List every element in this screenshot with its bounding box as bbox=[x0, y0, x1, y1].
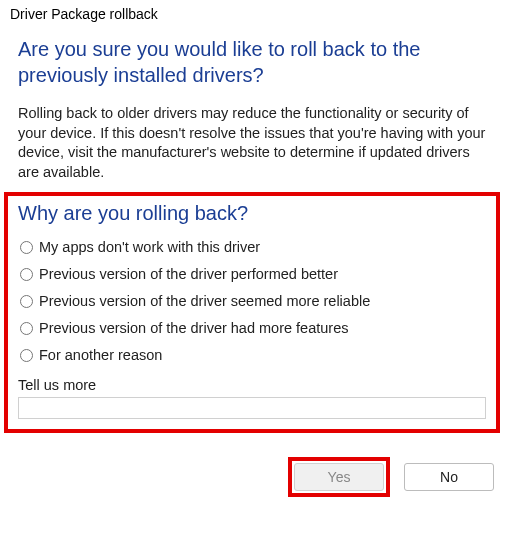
window-title: Driver Package rollback bbox=[0, 0, 512, 26]
yes-button[interactable]: Yes bbox=[294, 463, 384, 491]
reason-radio-more-reliable[interactable] bbox=[20, 295, 33, 308]
reason-option-more-features[interactable]: Previous version of the driver had more … bbox=[20, 320, 486, 336]
dialog-content: Are you sure you would like to roll back… bbox=[0, 26, 512, 437]
reason-option-another[interactable]: For another reason bbox=[20, 347, 486, 363]
reason-radio-performed-better[interactable] bbox=[20, 268, 33, 281]
reason-label: Previous version of the driver performed… bbox=[39, 266, 338, 282]
main-heading: Are you sure you would like to roll back… bbox=[18, 36, 494, 88]
reason-option-apps[interactable]: My apps don't work with this driver bbox=[20, 239, 486, 255]
reason-label: My apps don't work with this driver bbox=[39, 239, 260, 255]
reason-radio-apps[interactable] bbox=[20, 241, 33, 254]
reason-section: Why are you rolling back? My apps don't … bbox=[4, 192, 500, 433]
reason-label: Previous version of the driver had more … bbox=[39, 320, 348, 336]
tell-more-input[interactable] bbox=[18, 397, 486, 419]
button-bar: Yes No bbox=[0, 437, 512, 497]
no-button[interactable]: No bbox=[404, 463, 494, 491]
reason-heading: Why are you rolling back? bbox=[18, 202, 486, 225]
reason-label: For another reason bbox=[39, 347, 162, 363]
reason-option-performed-better[interactable]: Previous version of the driver performed… bbox=[20, 266, 486, 282]
tell-more-label: Tell us more bbox=[18, 377, 486, 393]
reason-option-more-reliable[interactable]: Previous version of the driver seemed mo… bbox=[20, 293, 486, 309]
reason-label: Previous version of the driver seemed mo… bbox=[39, 293, 370, 309]
reason-radio-more-features[interactable] bbox=[20, 322, 33, 335]
reason-radio-another[interactable] bbox=[20, 349, 33, 362]
reason-radio-list: My apps don't work with this driver Prev… bbox=[18, 239, 486, 363]
yes-button-highlight: Yes bbox=[288, 457, 390, 497]
description-text: Rolling back to older drivers may reduce… bbox=[18, 104, 494, 182]
